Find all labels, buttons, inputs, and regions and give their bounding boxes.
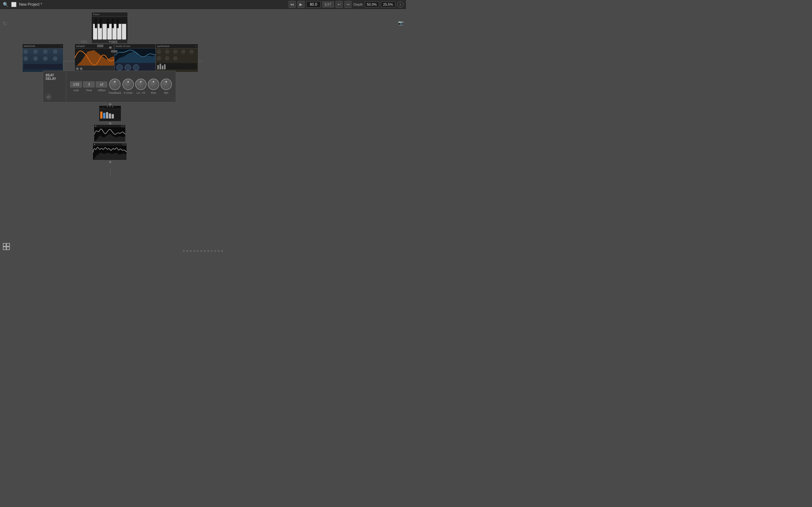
connection-node xyxy=(109,161,111,163)
port-dot xyxy=(204,250,206,252)
node-handle xyxy=(81,41,87,43)
xover-label: X-Over xyxy=(124,91,133,95)
mixer-node[interactable]: mixer xyxy=(99,106,121,121)
waveform-bottom-header: × xyxy=(93,143,126,146)
plugin-synth[interactable]: synthesizer × xyxy=(155,44,198,72)
port-dot xyxy=(183,250,185,252)
synth-fader xyxy=(164,64,165,69)
xover-knob[interactable] xyxy=(122,78,134,90)
play-button[interactable]: ▶ xyxy=(298,1,305,8)
black-key[interactable] xyxy=(95,19,97,28)
synth-knob xyxy=(173,49,177,54)
port-dot xyxy=(218,250,220,252)
piano-node[interactable]: Piano xyxy=(91,12,128,44)
black-key[interactable] xyxy=(116,19,119,28)
plugin-audio-io[interactable]: Audio In+out × xyxy=(114,44,160,72)
time-control: 3 Time xyxy=(83,81,95,92)
transport-controls: ⏮ ▶ 80.0 EXT ↩ ↪ Depth 50.0% 25.5% i xyxy=(289,1,403,8)
camera-icon[interactable]: 📷 xyxy=(398,20,403,25)
port-dot xyxy=(194,250,195,252)
port-dot xyxy=(197,250,199,252)
prev-button[interactable]: ⏮ xyxy=(289,1,296,8)
black-key[interactable] xyxy=(100,19,102,28)
depth-value[interactable]: 50.0% xyxy=(365,2,379,7)
audio-io-header: Audio In+out × xyxy=(114,44,160,49)
svg-rect-19 xyxy=(7,243,9,246)
black-key[interactable] xyxy=(112,19,114,28)
depth-label: Depth xyxy=(353,3,362,6)
knob-sim xyxy=(53,49,57,54)
port-dot xyxy=(190,250,192,252)
info-button[interactable]: i xyxy=(397,1,403,8)
synth-fader xyxy=(157,65,159,69)
offset-button[interactable]: x2 xyxy=(96,81,107,88)
project-title: New Project * xyxy=(19,2,286,7)
synth-knob xyxy=(189,49,194,54)
redo-button[interactable]: ↪ xyxy=(345,1,351,8)
synth-label: synthesizer xyxy=(157,45,170,48)
mix-knob[interactable] xyxy=(160,78,172,90)
knob-indicator xyxy=(114,81,115,82)
knob-sim xyxy=(53,56,57,61)
waveform-node-bottom[interactable]: × xyxy=(93,143,127,160)
feedback-control: Feedback xyxy=(108,78,121,95)
mixer-fader xyxy=(109,113,111,118)
svg-marker-11 xyxy=(75,50,115,67)
port-dot xyxy=(221,250,223,252)
offset-label: Offset xyxy=(98,89,106,92)
undo-button[interactable]: ↩ xyxy=(336,1,343,8)
power-button[interactable]: ⏻ xyxy=(46,94,51,100)
ctrl-knob[interactable] xyxy=(125,64,131,71)
knob-sim xyxy=(23,56,28,61)
waveform-display xyxy=(94,127,125,142)
unit-label: Unit xyxy=(73,89,79,92)
ctrl-knob[interactable] xyxy=(133,64,139,71)
feedback-label: Feedback xyxy=(108,91,121,95)
synth-knob xyxy=(181,49,186,54)
offset-control: x2 Offset xyxy=(96,81,107,92)
beat-delay-controls: 1/16 Unit 3 Time x2 Offset Feedback xyxy=(66,71,176,102)
waveform-node-main[interactable]: × xyxy=(94,124,125,142)
port-dot xyxy=(95,125,96,127)
search-icon[interactable]: 🔍 xyxy=(3,2,8,7)
svg-rect-21 xyxy=(7,247,9,250)
port-dot xyxy=(200,250,202,252)
lohi-knob[interactable] xyxy=(135,78,147,90)
bpm-display[interactable]: 80.0 xyxy=(306,1,321,8)
app-logo[interactable] xyxy=(3,243,10,251)
knob-sim xyxy=(43,49,48,54)
massive-display xyxy=(23,64,62,69)
zoom-value[interactable]: 25.5% xyxy=(381,2,395,7)
port-dot xyxy=(187,250,189,252)
ext-button[interactable]: EXT xyxy=(322,2,334,7)
ctrl-knob[interactable] xyxy=(116,64,123,71)
feedback-knob[interactable] xyxy=(109,78,120,90)
time-button[interactable]: 3 xyxy=(83,81,95,88)
massive-close[interactable]: × xyxy=(60,45,62,48)
ctrl-dot xyxy=(76,67,79,70)
port-dot xyxy=(211,250,213,252)
xover-control: X-Over xyxy=(122,78,134,95)
white-key[interactable] xyxy=(122,24,126,40)
connection-node xyxy=(109,122,111,124)
synth-knob xyxy=(165,56,169,60)
plugin-massive[interactable]: MASSIVE × xyxy=(22,44,63,72)
res-label: Res xyxy=(151,91,156,95)
mix-label: Mix xyxy=(164,91,168,95)
audio-io-body xyxy=(114,49,160,72)
knob-indicator xyxy=(140,81,142,82)
synth-knob xyxy=(165,49,169,54)
audio-waveform xyxy=(114,49,160,63)
unit-button[interactable]: 1/16 xyxy=(70,81,82,88)
beat-delay-title: BEAT DELAY xyxy=(46,73,63,80)
logo-icon xyxy=(3,243,10,250)
node-canvas[interactable]: ↻ 📷 Piano xyxy=(0,9,406,253)
window-icon[interactable]: ⬜ xyxy=(11,2,16,7)
black-key[interactable] xyxy=(107,19,109,28)
knob-indicator xyxy=(165,81,167,82)
massive-label: MASSIVE xyxy=(24,45,35,48)
synth-close[interactable]: × xyxy=(195,45,197,48)
sampler-waveform xyxy=(75,49,115,67)
res-knob[interactable] xyxy=(148,78,159,90)
massive-header: MASSIVE × xyxy=(22,44,63,49)
